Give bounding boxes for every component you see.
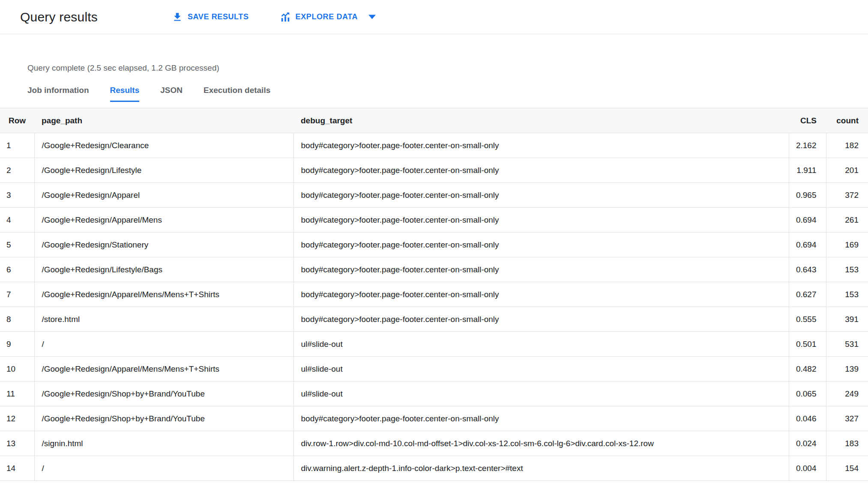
tab-execution-details[interactable]: Execution details xyxy=(204,86,270,102)
table-row: 8 /store.html body#category>footer.page-… xyxy=(0,307,868,332)
tab-job-information[interactable]: Job information xyxy=(27,86,89,102)
cell-page-path: /Google+Redesign/Shop+by+Brand/YouTube xyxy=(34,382,293,406)
tab-json[interactable]: JSON xyxy=(160,86,183,102)
cell-page-path: /store.html xyxy=(34,307,293,332)
cell-debug-target: div.row-1.row>div.col-md-10.col-md-offse… xyxy=(293,431,789,456)
tab-results[interactable]: Results xyxy=(110,86,140,102)
table-row: 1 /Google+Redesign/Clearance body#catego… xyxy=(0,133,868,158)
cell-debug-target: ul#slide-out xyxy=(293,332,789,357)
cell-debug-target: div.warning.alert.z-depth-1.info-color-d… xyxy=(293,456,789,481)
table-row: 12 /Google+Redesign/Shop+by+Brand/YouTub… xyxy=(0,406,868,431)
chart-icon xyxy=(280,12,291,23)
table-row: 6 /Google+Redesign/Lifestyle/Bags body#c… xyxy=(0,257,868,282)
results-table: Row page_path debug_target CLS count 1 /… xyxy=(0,108,868,481)
cell-debug-target: body#category>footer.page-footer.center-… xyxy=(293,282,789,307)
cell-cls: 0.965 xyxy=(789,183,826,208)
cell-cls: 2.162 xyxy=(789,133,826,158)
cell-cls: 1.911 xyxy=(789,158,826,183)
cell-page-path: / xyxy=(34,332,293,357)
cell-cls: 0.004 xyxy=(789,456,826,481)
cell-count: 531 xyxy=(826,332,868,357)
cell-count: 372 xyxy=(826,183,868,208)
cell-page-path: /Google+Redesign/Apparel xyxy=(34,183,293,208)
cell-row-number: 5 xyxy=(0,233,34,257)
cell-cls: 0.065 xyxy=(789,382,826,406)
cell-debug-target: body#category>footer.page-footer.center-… xyxy=(293,233,789,257)
cell-page-path: /Google+Redesign/Lifestyle xyxy=(34,158,293,183)
cell-count: 391 xyxy=(826,307,868,332)
cell-count: 201 xyxy=(826,158,868,183)
cell-debug-target: ul#slide-out xyxy=(293,382,789,406)
column-header-debug-target: debug_target xyxy=(293,108,789,133)
cell-page-path: /Google+Redesign/Lifestyle/Bags xyxy=(34,257,293,282)
cell-count: 183 xyxy=(826,431,868,456)
column-header-count: count xyxy=(826,108,868,133)
cell-page-path: /Google+Redesign/Shop+by+Brand/YouTube xyxy=(34,406,293,431)
cell-row-number: 8 xyxy=(0,307,34,332)
table-row: 7 /Google+Redesign/Apparel/Mens/Mens+T+S… xyxy=(0,282,868,307)
cell-row-number: 6 xyxy=(0,257,34,282)
cell-debug-target: body#category>footer.page-footer.center-… xyxy=(293,183,789,208)
results-tabs: Job information Results JSON Execution d… xyxy=(27,86,868,102)
column-header-page-path: page_path xyxy=(34,108,293,133)
caret-down-icon xyxy=(368,15,376,19)
table-row: 10 /Google+Redesign/Apparel/Mens/Mens+T+… xyxy=(0,357,868,382)
cell-cls: 0.482 xyxy=(789,357,826,382)
cell-page-path: /Google+Redesign/Clearance xyxy=(34,133,293,158)
cell-row-number: 2 xyxy=(0,158,34,183)
table-row: 4 /Google+Redesign/Apparel/Mens body#cat… xyxy=(0,208,868,233)
table-row: 11 /Google+Redesign/Shop+by+Brand/YouTub… xyxy=(0,382,868,406)
cell-row-number: 10 xyxy=(0,357,34,382)
cell-row-number: 7 xyxy=(0,282,34,307)
cell-cls: 0.694 xyxy=(789,208,826,233)
column-header-cls: CLS xyxy=(789,108,826,133)
explore-data-label: EXPLORE DATA xyxy=(296,12,358,21)
query-results-header: Query results SAVE RESULTS EXPLORE DATA xyxy=(0,0,868,34)
table-row: 9 / ul#slide-out 0.501 531 xyxy=(0,332,868,357)
cell-count: 169 xyxy=(826,233,868,257)
query-status-text: Query complete (2.5 sec elapsed, 1.2 GB … xyxy=(27,63,868,73)
cell-debug-target: body#category>footer.page-footer.center-… xyxy=(293,208,789,233)
cell-row-number: 13 xyxy=(0,431,34,456)
explore-data-button[interactable]: EXPLORE DATA xyxy=(280,12,376,23)
cell-row-number: 12 xyxy=(0,406,34,431)
cell-cls: 0.024 xyxy=(789,431,826,456)
cell-count: 153 xyxy=(826,282,868,307)
save-results-button[interactable]: SAVE RESULTS xyxy=(172,12,249,23)
cell-count: 153 xyxy=(826,257,868,282)
cell-cls: 0.555 xyxy=(789,307,826,332)
cell-count: 249 xyxy=(826,382,868,406)
table-row: 14 / div.warning.alert.z-depth-1.info-co… xyxy=(0,456,868,481)
cell-row-number: 4 xyxy=(0,208,34,233)
cell-page-path: /Google+Redesign/Apparel/Mens/Mens+T+Shi… xyxy=(34,282,293,307)
cell-page-path: /signin.html xyxy=(34,431,293,456)
download-icon xyxy=(172,12,183,23)
table-header-row: Row page_path debug_target CLS count xyxy=(0,108,868,133)
table-row: 5 /Google+Redesign/Stationery body#categ… xyxy=(0,233,868,257)
save-results-label: SAVE RESULTS xyxy=(188,12,249,21)
cell-count: 182 xyxy=(826,133,868,158)
cell-cls: 0.501 xyxy=(789,332,826,357)
cell-cls: 0.046 xyxy=(789,406,826,431)
table-row: 13 /signin.html div.row-1.row>div.col-md… xyxy=(0,431,868,456)
cell-count: 154 xyxy=(826,456,868,481)
cell-debug-target: body#category>footer.page-footer.center-… xyxy=(293,133,789,158)
cell-row-number: 3 xyxy=(0,183,34,208)
cell-row-number: 9 xyxy=(0,332,34,357)
cell-page-path: /Google+Redesign/Apparel/Mens xyxy=(34,208,293,233)
cell-debug-target: body#category>footer.page-footer.center-… xyxy=(293,406,789,431)
cell-debug-target: ul#slide-out xyxy=(293,357,789,382)
cell-count: 327 xyxy=(826,406,868,431)
cell-count: 261 xyxy=(826,208,868,233)
cell-cls: 0.694 xyxy=(789,233,826,257)
cell-page-path: / xyxy=(34,456,293,481)
cell-row-number: 14 xyxy=(0,456,34,481)
cell-cls: 0.627 xyxy=(789,282,826,307)
cell-debug-target: body#category>footer.page-footer.center-… xyxy=(293,307,789,332)
cell-cls: 0.643 xyxy=(789,257,826,282)
column-header-row: Row xyxy=(0,108,34,133)
cell-page-path: /Google+Redesign/Apparel/Mens/Mens+T+Shi… xyxy=(34,357,293,382)
cell-debug-target: body#category>footer.page-footer.center-… xyxy=(293,158,789,183)
cell-row-number: 11 xyxy=(0,382,34,406)
cell-row-number: 1 xyxy=(0,133,34,158)
